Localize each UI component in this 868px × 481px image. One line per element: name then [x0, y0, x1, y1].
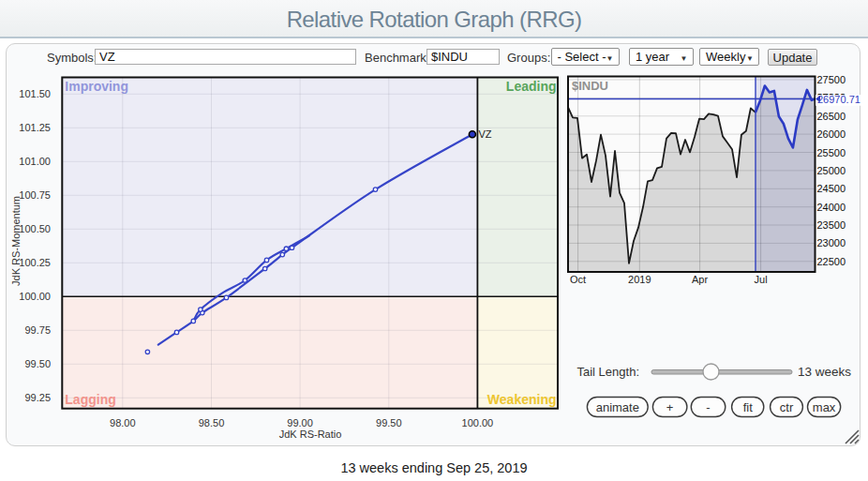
svg-text:27500: 27500 — [817, 74, 846, 85]
svg-text:VZ: VZ — [478, 128, 491, 140]
svg-text:13 weeks: 13 weeks — [798, 365, 851, 379]
svg-text:Jul: Jul — [755, 274, 768, 285]
svg-text:2019: 2019 — [628, 274, 651, 285]
svg-text:23500: 23500 — [817, 219, 846, 231]
svg-text:25000: 25000 — [817, 165, 846, 176]
svg-text:100.00: 100.00 — [462, 417, 494, 428]
svg-text:100.00: 100.00 — [19, 291, 51, 302]
svg-text:JdK RS-Momentum: JdK RS-Momentum — [10, 196, 22, 286]
svg-text:-: - — [706, 400, 710, 414]
svg-text:Improving: Improving — [65, 79, 128, 94]
svg-text:26970.71: 26970.71 — [817, 94, 861, 105]
svg-text:100.50: 100.50 — [19, 223, 51, 234]
svg-text:98.50: 98.50 — [199, 417, 225, 428]
svg-text:101.25: 101.25 — [19, 122, 51, 133]
svg-text:Oct: Oct — [570, 274, 586, 285]
svg-text:100.25: 100.25 — [19, 257, 51, 268]
svg-text:22500: 22500 — [817, 256, 846, 267]
svg-text:max: max — [813, 400, 836, 414]
svg-text:99.50: 99.50 — [376, 417, 402, 428]
svg-text:animate: animate — [596, 400, 639, 414]
svg-text:fit: fit — [743, 400, 754, 414]
svg-text:26500: 26500 — [817, 111, 846, 122]
svg-text:99.25: 99.25 — [24, 392, 51, 403]
svg-text:Lagging: Lagging — [65, 392, 115, 407]
svg-text:24000: 24000 — [817, 202, 846, 213]
svg-text:99.75: 99.75 — [24, 324, 51, 336]
svg-text:26000: 26000 — [817, 128, 846, 140]
svg-text:23000: 23000 — [817, 237, 846, 248]
svg-text:ctr: ctr — [780, 400, 794, 414]
svg-text:Tail Length:: Tail Length: — [577, 365, 640, 379]
svg-text:99.50: 99.50 — [24, 358, 51, 369]
svg-text:101.50: 101.50 — [19, 88, 51, 99]
svg-text:99.00: 99.00 — [287, 417, 313, 428]
svg-text:JdK RS-Ratio: JdK RS-Ratio — [279, 428, 342, 440]
svg-text:98.00: 98.00 — [110, 417, 136, 428]
svg-text:Leading: Leading — [506, 79, 557, 94]
svg-text:24500: 24500 — [817, 183, 846, 194]
svg-text:25500: 25500 — [817, 147, 846, 158]
svg-text:101.00: 101.00 — [19, 156, 51, 167]
svg-text:Weakening: Weakening — [487, 392, 557, 407]
svg-text:$INDU: $INDU — [572, 79, 608, 93]
svg-text:Apr: Apr — [692, 274, 708, 285]
svg-text:100.75: 100.75 — [19, 189, 51, 201]
svg-text:+: + — [666, 400, 674, 414]
